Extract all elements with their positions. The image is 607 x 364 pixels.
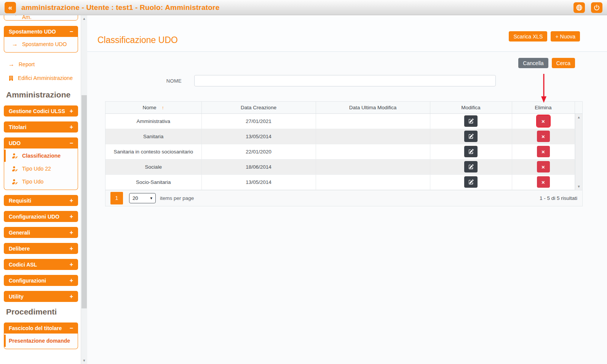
panel-header-configurazioni-udo[interactable]: Configurazioni UDO + (4, 211, 78, 222)
column-header-nome[interactable]: Nome ↑ (105, 102, 201, 113)
table-row: Amministrativa 27/01/2021 × (105, 113, 582, 129)
panel-header-generali[interactable]: Generali + (4, 227, 78, 238)
panel-udo: UDO − Classificazione Tipo Udo 22 Tipo (4, 137, 78, 190)
scrollbar-thumb[interactable] (81, 95, 87, 308)
delete-button[interactable]: × (537, 146, 550, 157)
header-actions (573, 2, 602, 13)
panel-header-titolari[interactable]: Titolari + (4, 121, 78, 133)
table-row: Sanitaria 13/05/2014 × (105, 129, 582, 144)
plus-icon: + (70, 124, 73, 130)
sidebar-item-tipo-udo[interactable]: Tipo Udo (4, 175, 78, 188)
pencil-square-icon (468, 164, 474, 169)
panel-header-fascicolo-del-titolare[interactable]: Fascicolo del titolare − (4, 322, 78, 334)
panel-header-udo[interactable]: UDO − (4, 137, 78, 148)
sidebar-item-report[interactable]: → Report (4, 57, 78, 71)
plus-icon: + (70, 278, 73, 284)
panel-header-configurazioni[interactable]: Configurazioni + (4, 275, 78, 286)
column-header-spacer (575, 102, 582, 113)
panel-header-codici-asl[interactable]: Codici ASL + (4, 259, 78, 270)
panel-generali: Generali + (4, 227, 78, 238)
sidebar-item-edifici-amministrazione[interactable]: Edifici Amministrazione (4, 71, 78, 85)
panel-gestione-codici-ulss: Gestione Codici ULSS + (4, 105, 78, 117)
cell-data-creazione: 27/01/2021 (201, 113, 316, 129)
cell-data-ultima-modifica (316, 113, 430, 129)
cell-data-creazione: 18/06/2014 (201, 159, 316, 174)
sidebar-scrollbar[interactable]: ▲ ▼ (81, 15, 87, 364)
submenu-spostamento-udo: → Spostamento UDO (4, 37, 78, 53)
cell-data-creazione: 22/01/2020 (201, 144, 316, 159)
sidebar-item-spostamento-udo[interactable]: → Spostamento UDO (4, 38, 78, 51)
minus-icon: − (70, 29, 73, 35)
cell-data-creazione: 13/05/2014 (201, 174, 316, 190)
power-icon (594, 5, 600, 11)
delete-button[interactable]: × (537, 131, 550, 142)
cell-nome: Sociale (105, 159, 201, 174)
panel-configurazioni: Configurazioni + (4, 275, 78, 286)
page-size-select[interactable]: 20 ▾ (129, 193, 156, 203)
cell-data-ultima-modifica (316, 159, 430, 174)
panel-requisiti: Requisiti + (4, 195, 78, 206)
cell-data-ultima-modifica (316, 174, 430, 190)
pencil-square-icon (468, 134, 474, 139)
minus-icon: − (70, 140, 73, 146)
table-scrollbar[interactable]: ▲ ▼ (575, 114, 582, 190)
close-icon: × (542, 148, 545, 155)
minus-icon: − (70, 325, 73, 331)
name-input[interactable] (194, 75, 496, 86)
pencil-square-icon (468, 149, 474, 154)
name-filter-row: NOME (87, 75, 607, 86)
name-label: NOME (87, 78, 194, 84)
plus-icon: + (70, 198, 73, 204)
items-per-page-label: items per page (160, 195, 194, 201)
pencil-square-icon (468, 118, 474, 124)
scrollbar-up-icon[interactable]: ▲ (575, 115, 582, 119)
column-header-data-creazione[interactable]: Data Creazione (201, 102, 316, 113)
cell-nome: Sanitaria (105, 129, 201, 144)
search-button[interactable]: Cerca (552, 58, 575, 68)
edit-button[interactable] (464, 161, 478, 172)
submenu-fascicolo: Presentazione domande (4, 334, 78, 349)
close-icon: × (542, 118, 545, 125)
plus-icon: + (70, 214, 73, 220)
plus-icon: + (70, 230, 73, 236)
scrollbar-down-icon[interactable]: ▼ (81, 359, 87, 362)
edit-button[interactable] (464, 115, 478, 127)
plus-icon: + (70, 262, 73, 268)
panel-header-delibere[interactable]: Delibere + (4, 243, 78, 254)
new-button[interactable]: + Nuova (551, 31, 580, 42)
scrollbar-down-icon[interactable]: ▼ (575, 185, 582, 188)
page-title: Classificazione UDO (97, 35, 178, 45)
user-edit-icon (12, 179, 18, 184)
sidebar-item-presentazione-domande[interactable]: Presentazione domande (4, 334, 78, 347)
sidebar-collapse-button[interactable]: « (5, 2, 16, 13)
delete-button[interactable]: × (537, 115, 550, 127)
edit-button[interactable] (464, 176, 478, 188)
download-xls-button[interactable]: Scarica XLS (509, 31, 547, 42)
delete-button[interactable]: × (537, 176, 550, 188)
sidebar-item-classificazione[interactable]: Classificazione (4, 149, 78, 162)
cell-data-creazione: 13/05/2014 (201, 129, 316, 144)
panel-fascicolo-del-titolare: Fascicolo del titolare − Presentazione d… (4, 322, 78, 349)
delete-button[interactable]: × (537, 161, 550, 172)
panel-header-requisiti[interactable]: Requisiti + (4, 195, 78, 206)
plus-icon: + (70, 246, 73, 252)
page-1-button[interactable]: 1 (110, 192, 123, 204)
close-icon: × (542, 133, 545, 140)
language-globe-button[interactable] (573, 2, 585, 13)
edit-button[interactable] (464, 131, 478, 142)
title-band: Classificazione UDO Scarica XLS + Nuova (87, 15, 607, 52)
panel-header-utility[interactable]: Utility + (4, 291, 78, 302)
toolbar: Scarica XLS + Nuova (509, 31, 580, 42)
user-edit-icon (12, 166, 18, 171)
panel-header-gestione-codici-ulss[interactable]: Gestione Codici ULSS + (4, 105, 78, 117)
section-title-procedimenti: Procedimenti (6, 307, 78, 316)
clear-button[interactable]: Cancella (518, 58, 548, 68)
logout-power-button[interactable] (591, 2, 602, 13)
column-header-data-ultima-modifica[interactable]: Data Ultima Modifica (316, 102, 430, 113)
column-header-modifica: Modifica (430, 102, 512, 113)
sidebar-item-tipo-udo-22[interactable]: Tipo Udo 22 (4, 162, 78, 175)
edit-button[interactable] (464, 146, 478, 157)
globe-icon (576, 4, 583, 11)
panel-header-spostamento-udo[interactable]: Spostamento UDO − (4, 26, 78, 37)
scrollbar-up-icon[interactable]: ▲ (81, 17, 87, 21)
